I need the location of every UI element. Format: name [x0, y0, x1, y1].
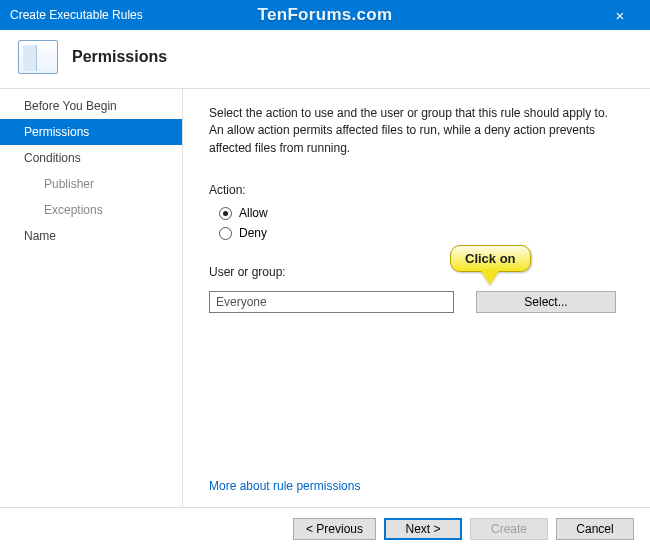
next-button[interactable]: Next >	[384, 518, 462, 540]
radio-deny[interactable]: Deny	[219, 226, 624, 240]
step-conditions[interactable]: Conditions	[0, 145, 182, 171]
close-icon[interactable]: ×	[600, 7, 640, 24]
radio-icon	[219, 207, 232, 220]
previous-button[interactable]: < Previous	[293, 518, 376, 540]
radio-deny-label: Deny	[239, 226, 267, 240]
step-name[interactable]: Name	[0, 223, 182, 249]
titlebar: Create Executable Rules TenForums.com ×	[0, 0, 650, 30]
description-text: Select the action to use and the user or…	[209, 105, 609, 157]
step-before-you-begin[interactable]: Before You Begin	[0, 93, 182, 119]
create-button: Create	[470, 518, 548, 540]
radio-allow-label: Allow	[239, 206, 268, 220]
radio-icon	[219, 227, 232, 240]
step-exceptions[interactable]: Exceptions	[0, 197, 182, 223]
action-label: Action:	[209, 183, 624, 197]
wizard-footer: < Previous Next > Create Cancel	[0, 507, 650, 546]
wizard-steps-sidebar: Before You Begin Permissions Conditions …	[0, 89, 183, 507]
step-permissions[interactable]: Permissions	[0, 119, 182, 145]
main-panel: Select the action to use and the user or…	[183, 89, 650, 507]
watermark: TenForums.com	[258, 5, 393, 25]
page-title: Permissions	[72, 48, 167, 66]
wizard-header: Permissions	[0, 30, 650, 89]
select-button[interactable]: Select...	[476, 291, 616, 313]
annotation-callout: Click on	[450, 245, 531, 285]
user-group-input[interactable]: Everyone	[209, 291, 454, 313]
cancel-button[interactable]: Cancel	[556, 518, 634, 540]
radio-allow[interactable]: Allow	[219, 206, 624, 220]
page-icon	[18, 40, 58, 74]
more-about-link[interactable]: More about rule permissions	[209, 479, 624, 493]
step-publisher[interactable]: Publisher	[0, 171, 182, 197]
callout-bubble: Click on	[450, 245, 531, 272]
window-title: Create Executable Rules	[10, 8, 143, 22]
user-group-label: User or group:	[209, 265, 624, 279]
callout-tail-icon	[481, 271, 499, 285]
